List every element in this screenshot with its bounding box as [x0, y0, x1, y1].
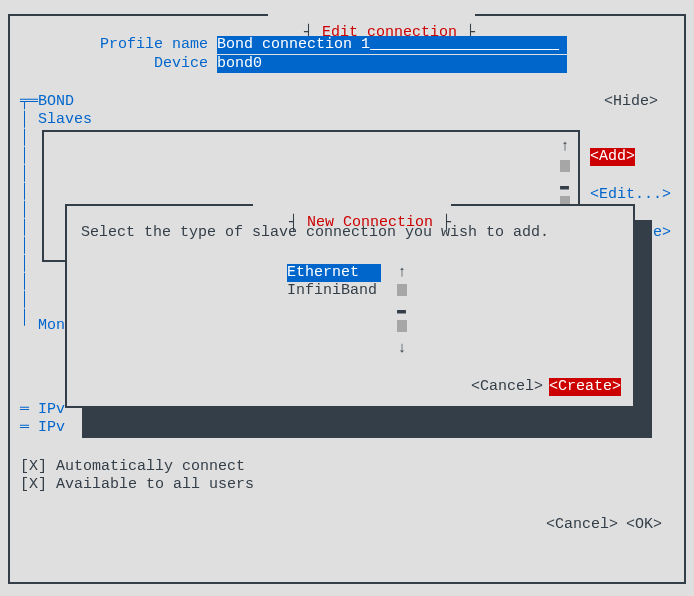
- auto-connect-checkbox[interactable]: [X] Automatically connect: [20, 458, 245, 476]
- dialog-scroll-mark: ▬: [397, 302, 406, 320]
- connection-type-infiniband[interactable]: InfiniBand: [287, 282, 381, 300]
- ipv6-row: ═ IPv: [20, 419, 65, 437]
- slaves-label: Slaves: [38, 111, 92, 129]
- device-input[interactable]: bond0: [217, 55, 567, 73]
- available-all-users-checkbox[interactable]: [X] Available to all users: [20, 476, 254, 494]
- monitoring-label-fragment: Mon: [38, 317, 65, 335]
- profile-name-value: Bond connection 1: [217, 36, 370, 53]
- profile-name-input[interactable]: Bond connection 1: [217, 36, 567, 54]
- device-value: bond0: [217, 55, 262, 72]
- profile-name-label: Profile name: [100, 36, 208, 54]
- outer-ok-button[interactable]: <OK>: [626, 516, 662, 534]
- bond-label: BOND: [38, 93, 74, 111]
- hide-button[interactable]: <Hide>: [604, 93, 658, 111]
- slaves-scroll-thumb-1: [560, 160, 570, 178]
- dialog-scroll-thumb-2: [397, 320, 407, 338]
- bond-section-corner: ╤═: [20, 93, 38, 111]
- edit-button[interactable]: <Edit...>: [590, 186, 671, 204]
- dialog-prompt: Select the type of slave connection you …: [81, 224, 549, 242]
- dialog-create-button[interactable]: <Create>: [549, 378, 621, 396]
- bond-section-bar-2: │││││││││││: [20, 129, 29, 329]
- connection-type-ethernet[interactable]: Ethernet: [287, 264, 381, 282]
- new-connection-dialog: ┤ New Connection ├ Select the type of sl…: [65, 204, 635, 408]
- delete-button-tail[interactable]: e>: [653, 224, 671, 242]
- bond-section-bar-1: │: [20, 111, 29, 129]
- ipv4-row: ═ IPv: [20, 401, 65, 419]
- add-button[interactable]: <Add>: [590, 148, 635, 166]
- outer-cancel-button[interactable]: <Cancel>: [546, 516, 618, 534]
- dialog-scroll-up[interactable]: ↑: [397, 264, 407, 282]
- slaves-scroll-mark: ▬: [560, 178, 569, 196]
- slaves-scroll-up[interactable]: ↑: [560, 138, 570, 156]
- dialog-scroll-down[interactable]: ↓: [397, 340, 407, 358]
- device-label: Device: [154, 55, 208, 73]
- dialog-cancel-button[interactable]: <Cancel>: [471, 378, 543, 396]
- dialog-scroll-thumb-1: [397, 284, 407, 302]
